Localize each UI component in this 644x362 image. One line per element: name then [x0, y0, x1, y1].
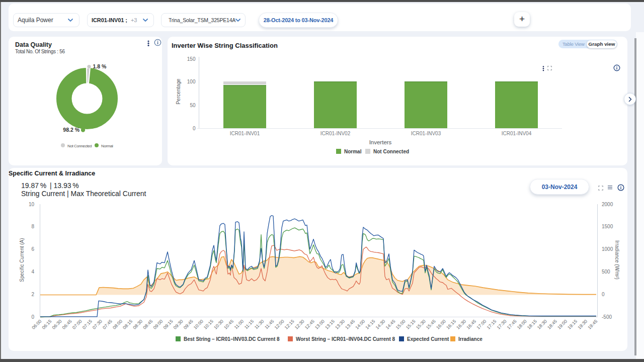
- svg-text:50: 50: [190, 103, 196, 108]
- svg-text:ICR01-INV02: ICR01-INV02: [320, 131, 351, 136]
- svg-text:Normal: Normal: [101, 144, 113, 148]
- svg-text:ICR01-INV04: ICR01-INV04: [502, 131, 532, 136]
- svg-text:100: 100: [187, 79, 196, 84]
- svg-text:ICR01-INV03: ICR01-INV03: [411, 131, 441, 136]
- svg-text:Normal: Normal: [344, 149, 362, 154]
- svg-text:98.2 %: 98.2 %: [63, 127, 79, 133]
- svg-text:ICR01-INV01: ICR01-INV01: [230, 131, 260, 136]
- svg-text:0: 0: [193, 126, 196, 131]
- svg-text:1.8 %: 1.8 %: [93, 63, 107, 69]
- svg-text:150: 150: [187, 56, 196, 62]
- svg-text:Inverters: Inverters: [369, 139, 392, 145]
- svg-text:Not Connected: Not Connected: [373, 149, 409, 154]
- svg-text:Percentage: Percentage: [176, 78, 181, 105]
- svg-text:Not Connected: Not Connected: [67, 144, 92, 148]
